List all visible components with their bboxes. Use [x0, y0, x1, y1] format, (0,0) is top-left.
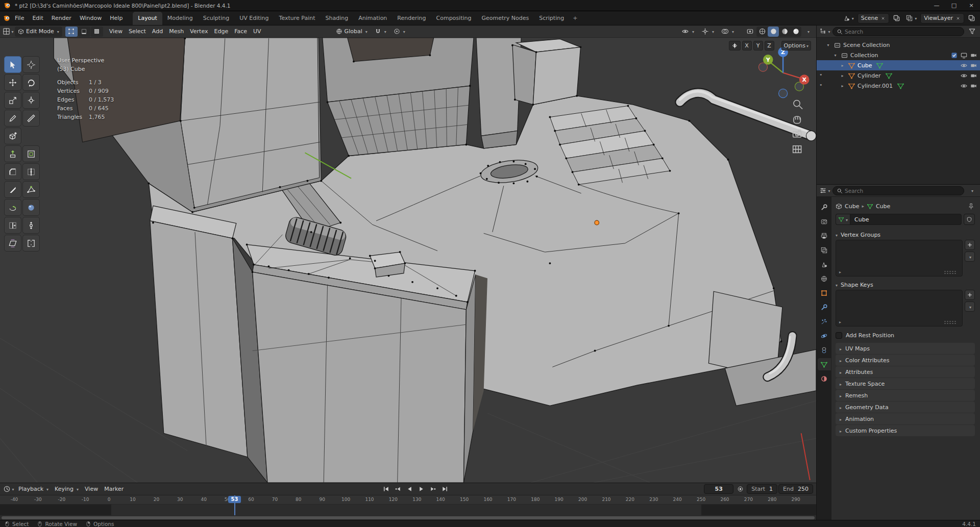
tool-scale[interactable] — [4, 92, 21, 109]
hide-eye-icon[interactable] — [960, 82, 968, 90]
panel-header[interactable]: Vertex Groups — [836, 230, 975, 240]
properties-tab-view-layer[interactable] — [818, 244, 831, 256]
tool-cursor[interactable] — [22, 56, 40, 73]
workspace-tab-animation[interactable]: Animation — [353, 12, 392, 25]
tool-extrude-region[interactable] — [4, 145, 21, 162]
disclosure-arrow[interactable]: ▸ — [839, 63, 846, 68]
tool-annotate[interactable] — [4, 110, 21, 127]
workspace-tab-layout[interactable]: Layout — [133, 12, 162, 25]
close-button[interactable]: × — [963, 0, 980, 11]
viewport-disable-icon[interactable] — [960, 52, 968, 59]
visibility-dropdown[interactable] — [678, 27, 697, 37]
workspace-tab-sculpting[interactable]: Sculpting — [198, 12, 234, 25]
properties-tab-object[interactable] — [818, 287, 831, 299]
face-select-button[interactable] — [91, 27, 103, 37]
frame-end-field[interactable]: End250 — [778, 484, 813, 494]
tool-loop-cut[interactable] — [22, 163, 40, 180]
outliner-search-input[interactable] — [845, 29, 960, 35]
tool-move[interactable] — [4, 74, 21, 91]
properties-editor-type-button[interactable] — [819, 186, 830, 196]
outliner-row-cylinder[interactable]: ▸ Cylinder — [817, 70, 980, 81]
workspace-tab-uv-editing[interactable]: UV Editing — [234, 12, 274, 25]
timeline-menu-marker[interactable]: Marker — [101, 484, 127, 494]
properties-search-input[interactable] — [845, 188, 960, 194]
properties-options-button[interactable] — [966, 186, 977, 196]
disclosure-arrow[interactable]: ▾ — [832, 53, 839, 58]
collapsed-panel-header[interactable]: Attributes — [836, 366, 975, 378]
list-resize-grip[interactable] — [944, 270, 957, 274]
viewport-menu-uv[interactable]: UV — [250, 27, 264, 37]
viewport-menu-add[interactable]: Add — [149, 27, 166, 37]
viewport-menu-face[interactable]: Face — [231, 27, 250, 37]
mirror-x-toggle[interactable]: X — [742, 41, 752, 51]
menu-edit[interactable]: Edit — [28, 13, 47, 23]
outliner-row-cylinder-001[interactable]: ▸ Cylinder.001 — [817, 81, 980, 91]
timeline-menu-keying[interactable]: Keying — [52, 484, 82, 494]
render-camera-icon[interactable] — [970, 82, 977, 90]
scene-selector[interactable]: Scene — [857, 13, 890, 23]
mirror-z-toggle[interactable]: Z — [765, 41, 774, 51]
workspace-tab-geometry-nodes[interactable]: Geometry Nodes — [476, 12, 534, 25]
blender-menu-icon[interactable] — [3, 14, 11, 22]
pin-icon[interactable] — [967, 203, 975, 210]
panel-header[interactable]: Shape Keys — [836, 280, 975, 290]
properties-tab-particles[interactable] — [818, 315, 831, 328]
timeline-playhead[interactable]: 53 — [234, 495, 235, 515]
fake-user-button[interactable] — [964, 214, 975, 225]
edge-select-button[interactable] — [78, 27, 90, 37]
minimize-button[interactable]: — — [928, 0, 945, 11]
play-reverse-button[interactable] — [404, 484, 415, 494]
tool-spin[interactable] — [4, 199, 21, 216]
tool-shear[interactable] — [4, 235, 21, 252]
play-button[interactable] — [415, 484, 427, 494]
hide-eye-icon[interactable] — [960, 62, 968, 69]
menu-window[interactable]: Window — [76, 13, 106, 23]
breadcrumb-data[interactable]: Cube — [876, 203, 890, 210]
properties-tab-physics[interactable] — [818, 330, 831, 342]
properties-tab-constraints[interactable] — [818, 344, 831, 356]
mesh-name-input[interactable] — [850, 214, 962, 225]
shading-rendered-button[interactable] — [790, 27, 801, 37]
tool-transform[interactable] — [22, 92, 40, 109]
collapsed-panel-header[interactable]: Custom Properties — [836, 425, 975, 436]
timeline-menu-playback[interactable]: Playback — [15, 484, 52, 494]
proportional-edit-dropdown[interactable] — [390, 27, 408, 37]
new-scene-button[interactable] — [891, 13, 902, 23]
collapsed-panel-header[interactable]: Texture Space — [836, 378, 975, 389]
workspace-tab-compositing[interactable]: Compositing — [431, 12, 477, 25]
shading-options-dropdown[interactable] — [802, 27, 814, 37]
mesh-browse-button[interactable] — [836, 214, 850, 225]
workspace-tab-modeling[interactable]: Modeling — [162, 12, 198, 25]
list-add-button[interactable] — [965, 290, 975, 300]
workspace-tab-scripting[interactable]: Scripting — [534, 12, 569, 25]
viewlayer-selector[interactable]: ViewLayer — [920, 13, 964, 23]
jump-to-end-button[interactable] — [439, 484, 450, 494]
shading-solid-button[interactable] — [768, 27, 779, 37]
viewport-menu-edge[interactable]: Edge — [211, 27, 231, 37]
empty-list-box[interactable] — [836, 240, 963, 277]
tool-rotate[interactable] — [22, 74, 40, 91]
gizmos-dropdown[interactable] — [698, 27, 717, 37]
checkbox-row[interactable]: Add Rest Position — [836, 330, 975, 341]
options-dropdown[interactable]: Options — [781, 41, 811, 51]
editor-type-button[interactable] — [3, 27, 14, 37]
tool-knife[interactable] — [4, 181, 21, 198]
outliner-editor-type-button[interactable] — [819, 27, 830, 37]
timeline-track[interactable] — [0, 505, 816, 515]
render-camera-icon[interactable] — [970, 72, 977, 80]
collapsed-panel-header[interactable]: Color Attributes — [836, 355, 975, 366]
frame-start-field[interactable]: Start1 — [747, 484, 777, 494]
collapsed-panel-header[interactable]: UV Maps — [836, 343, 975, 354]
properties-tab-world[interactable] — [818, 272, 831, 285]
collapsed-panel-header[interactable]: Animation — [836, 413, 975, 424]
menu-render[interactable]: Render — [47, 13, 76, 23]
auto-keying-toggle[interactable] — [734, 484, 746, 494]
scene-browse-button[interactable] — [841, 13, 855, 23]
current-frame-field[interactable]: 53 — [704, 484, 733, 494]
properties-search[interactable] — [832, 186, 964, 195]
workspace-tab-texture-paint[interactable]: Texture Paint — [274, 12, 321, 25]
render-camera-icon[interactable] — [970, 52, 977, 59]
outliner-row-cube[interactable]: ▸ Cube — [817, 60, 980, 70]
list-specials-button[interactable] — [965, 252, 975, 262]
viewport-menu-select[interactable]: Select — [126, 27, 149, 37]
